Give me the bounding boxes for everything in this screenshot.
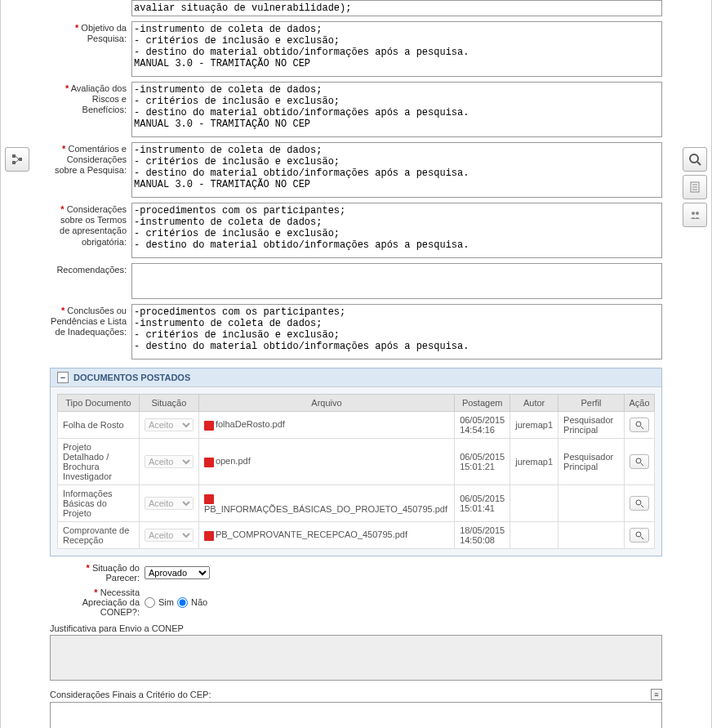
svg-rect-0 <box>12 154 16 158</box>
svg-point-17 <box>636 532 641 537</box>
right-side-tabs <box>683 147 707 227</box>
svg-point-9 <box>692 212 695 215</box>
pdf-icon <box>204 421 214 431</box>
table-row: Projeto Detalhado / Brochura Investigado… <box>58 439 655 485</box>
situacao-select[interactable]: Aceito <box>145 529 194 542</box>
th-postagem: Postagem <box>455 395 510 412</box>
cell-tipo: Comprovante de Recepção <box>58 522 140 549</box>
intro-textarea[interactable] <box>131 0 662 16</box>
termos-textarea[interactable] <box>131 203 662 258</box>
svg-point-11 <box>636 422 641 427</box>
svg-line-12 <box>641 427 643 429</box>
magnifier-icon <box>688 153 701 166</box>
th-arquivo: Arquivo <box>198 395 454 412</box>
cell-perfil <box>558 522 625 549</box>
magnifier-icon <box>634 457 644 467</box>
document-icon <box>688 181 701 194</box>
table-row: Folha de RostoAceitofolhaDeRosto.pdf06/0… <box>58 412 655 439</box>
svg-line-18 <box>641 537 643 539</box>
situacao-parecer-label: * Situação do Parecer: <box>50 563 140 583</box>
magnifier-tab[interactable] <box>683 147 707 172</box>
conep-sim-radio[interactable] <box>145 597 155 608</box>
termos-label: * Considerações sobre os Termos de apres… <box>50 203 131 248</box>
cell-arquivo: folhaDeRosto.pdf <box>198 412 454 439</box>
cell-postagem: 06/05/201515:01:41 <box>455 485 510 522</box>
magnifier-icon <box>634 420 644 430</box>
left-side-tab[interactable] <box>5 147 29 172</box>
svg-rect-2 <box>19 158 22 161</box>
svg-point-15 <box>636 500 641 505</box>
conep-label: * Necessita Apreciação da CONEP?: <box>50 587 140 617</box>
svg-point-3 <box>690 154 698 163</box>
view-action-button[interactable] <box>630 528 649 543</box>
svg-rect-1 <box>12 161 16 164</box>
cell-postagem: 06/05/201514:54:16 <box>455 412 510 439</box>
cell-postagem: 18/05/201514:50:08 <box>455 522 510 549</box>
table-row: Comprovante de RecepçãoAceitoPB_COMPROVA… <box>58 522 655 549</box>
magnifier-icon <box>634 498 644 508</box>
th-tipo: Tipo Documento <box>58 395 140 412</box>
th-perfil: Perfil <box>558 395 625 412</box>
view-action-button[interactable] <box>630 454 649 469</box>
magnifier-icon <box>634 530 644 540</box>
cell-tipo: Projeto Detalhado / Brochura Investigado… <box>58 439 140 485</box>
nao-label: Não <box>191 597 207 607</box>
svg-point-13 <box>636 458 641 463</box>
svg-line-14 <box>641 463 643 466</box>
document-tab[interactable] <box>683 175 707 199</box>
pdf-icon <box>204 494 214 504</box>
cell-arquivo: open.pdf <box>198 439 454 485</box>
conclusoes-textarea[interactable] <box>131 304 662 360</box>
avaliacao-label: * Avaliação dos Riscos e Benefícios: ≡ ⤢ <box>50 82 131 116</box>
people-tab[interactable] <box>683 203 707 227</box>
cell-arquivo: PB_INFORMAÇÕES_BÁSICAS_DO_PROJETO_450795… <box>198 485 454 522</box>
cell-arquivo: PB_COMPROVANTE_RECEPCAO_450795.pdf <box>198 522 454 549</box>
recomendacoes-textarea[interactable] <box>131 263 662 299</box>
cell-autor: juremap1 <box>510 439 558 485</box>
situacao-select[interactable]: Aceito <box>145 418 194 431</box>
panel-title: DOCUMENTOS POSTADOS <box>73 373 190 382</box>
collapse-button[interactable]: − <box>57 372 69 383</box>
recomendacoes-label: Recomendações: ≡ ⤢ <box>50 263 131 275</box>
svg-point-10 <box>696 212 699 215</box>
consideracoes-finais-label: Considerações Finais a Critério do CEP: <box>50 690 211 699</box>
th-acao: Ação <box>624 395 654 412</box>
cell-autor <box>510 485 558 522</box>
sim-label: Sim <box>158 597 174 607</box>
situacao-select[interactable]: Aceito <box>145 455 194 468</box>
situacao-select[interactable]: Aceito <box>145 497 194 510</box>
view-action-button[interactable] <box>630 496 649 511</box>
justificativa-textarea[interactable] <box>50 635 662 681</box>
th-autor: Autor <box>510 395 558 412</box>
comentarios-label: * Comentários e Considerações sobre a Pe… <box>50 142 131 176</box>
cell-postagem: 06/05/201515:01:21 <box>455 439 510 485</box>
cell-autor <box>510 522 558 549</box>
cell-tipo: Folha de Rosto <box>58 412 140 439</box>
consideracoes-finais-textarea[interactable] <box>50 702 662 728</box>
th-situacao: Situação <box>139 395 198 412</box>
avaliacao-textarea[interactable] <box>131 82 662 137</box>
table-row: Informações Básicas do ProjetoAceitoPB_I… <box>58 485 655 522</box>
conep-nao-radio[interactable] <box>177 597 188 608</box>
pdf-icon <box>204 531 214 541</box>
comentarios-textarea[interactable] <box>131 142 662 198</box>
objetivo-label: * Objetivo da Pesquisa: ≡ ⤢ <box>50 21 131 44</box>
cell-tipo: Informações Básicas do Projeto <box>58 485 140 522</box>
cell-autor: juremap1 <box>510 412 558 439</box>
justificativa-label: Justificativa para Envio a CONEP <box>50 623 662 633</box>
svg-line-4 <box>697 162 701 165</box>
list-icon[interactable]: ≡ <box>651 689 662 700</box>
documentos-panel: − DOCUMENTOS POSTADOS Tipo Documento Sit… <box>50 368 662 556</box>
pdf-icon <box>204 458 214 467</box>
tree-icon <box>11 153 24 166</box>
svg-line-16 <box>641 505 643 507</box>
documentos-table: Tipo Documento Situação Arquivo Postagem… <box>57 394 655 549</box>
conclusoes-label: * Conclusões ou Pendências e Lista de In… <box>50 304 131 338</box>
cell-perfil <box>558 485 625 522</box>
cell-perfil: Pesquisador Principal <box>558 412 625 439</box>
situacao-parecer-select[interactable]: Aprovado <box>145 566 210 579</box>
objetivo-textarea[interactable] <box>131 21 662 77</box>
cell-perfil: Pesquisador Principal <box>558 439 625 485</box>
view-action-button[interactable] <box>630 418 649 432</box>
people-icon <box>688 208 701 221</box>
